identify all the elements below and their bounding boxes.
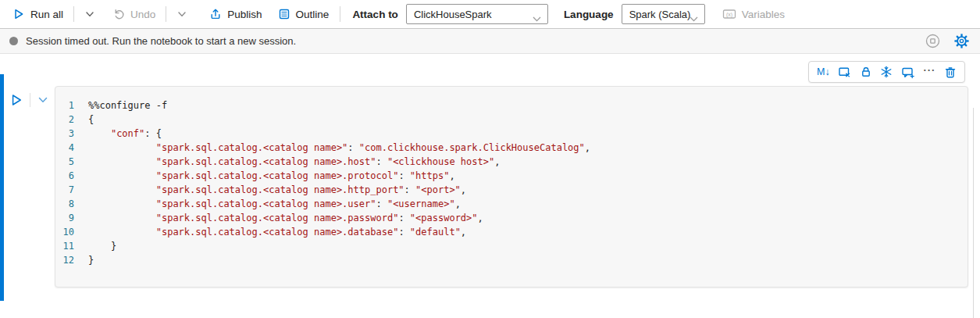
code-text: "spark.sql.catalog.<catalog name>": "com…: [88, 141, 590, 155]
code-text: "spark.sql.catalog.<catalog name>.databa…: [88, 225, 466, 239]
gear-icon: [954, 34, 969, 48]
chevron-down-icon: [37, 94, 49, 106]
undo-icon: [112, 8, 125, 20]
line-number: 5: [55, 155, 88, 169]
variables-label: Variables: [742, 9, 785, 20]
run-cell-button[interactable]: [8, 91, 25, 109]
line-number: 1: [55, 98, 88, 113]
lock-icon: [860, 66, 872, 78]
snowflake-icon: [880, 66, 893, 78]
add-comment-button[interactable]: [901, 66, 915, 79]
variables-icon: (x): [722, 8, 736, 20]
code-line: 5 "spark.sql.catalog.<catalog name>.host…: [55, 155, 968, 169]
session-status-bar: Session timed out. Run the notebook to s…: [0, 28, 980, 54]
play-icon: [9, 93, 23, 107]
outline-label: Outline: [296, 9, 330, 20]
lock-cell-button[interactable]: [860, 66, 872, 78]
code-line: 1%%configure -f: [55, 98, 968, 113]
toolbar-divider: [340, 6, 340, 22]
cell-run-controls: [8, 91, 51, 109]
stop-session-button[interactable]: [924, 32, 942, 50]
code-editor[interactable]: 1%%configure -f2{3 "conf": {4 "spark.sql…: [55, 98, 968, 267]
undo-menu-chevron[interactable]: [172, 5, 192, 23]
code-text: "conf": {: [88, 127, 162, 141]
svg-text:(x): (x): [726, 12, 732, 18]
convert-to-markdown-button[interactable]: M↓: [817, 66, 830, 77]
chevron-down-icon: [84, 9, 95, 20]
language-value: Spark (Scala): [629, 9, 691, 20]
markdown-icon: M↓: [817, 66, 830, 77]
undo-button[interactable]: Undo: [108, 5, 160, 23]
stop-circle-icon: [925, 34, 940, 48]
code-line: 3 "conf": {: [55, 127, 968, 141]
session-status-message: Session timed out. Run the notebook to s…: [26, 35, 296, 47]
code-text: "spark.sql.catalog.<catalog name>.protoc…: [88, 169, 455, 183]
line-number: 12: [55, 253, 88, 267]
code-line: 4 "spark.sql.catalog.<catalog name>": "c…: [55, 141, 968, 155]
panel-edge-divider: [973, 108, 974, 318]
notebook-toolbar: Run all Undo Publish Outline Attach to C…: [0, 0, 980, 28]
code-line: 7 "spark.sql.catalog.<catalog name>.http…: [55, 183, 968, 197]
trash-icon: [944, 66, 957, 79]
code-text: "spark.sql.catalog.<catalog name>.user":…: [88, 197, 461, 211]
comment-add-icon: [901, 66, 915, 79]
chevron-down-icon: [533, 13, 541, 24]
code-text: }: [88, 253, 94, 267]
code-text: }: [88, 239, 116, 253]
publish-label: Publish: [227, 9, 262, 20]
chevron-down-icon: [176, 9, 187, 20]
line-number: 4: [55, 141, 88, 155]
code-line: 12}: [55, 253, 968, 267]
line-number: 8: [55, 197, 88, 211]
variables-button[interactable]: (x) Variables: [718, 5, 789, 23]
code-text: %%configure -f: [88, 98, 167, 113]
publish-icon: [209, 8, 222, 20]
toolbar-divider: [73, 6, 74, 22]
ellipsis-icon: ···: [923, 65, 935, 79]
code-line: 8 "spark.sql.catalog.<catalog name>.user…: [55, 197, 968, 211]
code-text: "spark.sql.catalog.<catalog name>.host":…: [88, 155, 500, 169]
code-line: 11 }: [55, 239, 968, 253]
line-number: 3: [55, 127, 88, 141]
cell-toolbar: M↓ ···: [808, 61, 965, 83]
play-icon: [12, 8, 25, 20]
line-number: 2: [55, 113, 88, 127]
code-cell[interactable]: 1%%configure -f2{3 "conf": {4 "spark.sql…: [55, 86, 968, 288]
divider: [30, 93, 30, 107]
code-text: "spark.sql.catalog.<catalog name>.passwo…: [88, 211, 483, 225]
cell-collapse-chevron[interactable]: [35, 92, 51, 108]
code-line: 9 "spark.sql.catalog.<catalog name>.pass…: [55, 211, 968, 225]
attach-to-value: ClickHouseSpark: [414, 9, 492, 20]
code-line: 2{: [55, 113, 968, 127]
session-settings-button[interactable]: [953, 32, 971, 50]
clear-cell-icon: [838, 66, 851, 79]
line-number: 9: [55, 211, 88, 225]
language-dropdown[interactable]: Spark (Scala): [622, 4, 705, 24]
code-line: 6 "spark.sql.catalog.<catalog name>.prot…: [55, 169, 968, 183]
code-text: {: [88, 113, 94, 127]
chevron-down-icon: [690, 13, 698, 24]
line-number: 7: [55, 183, 88, 197]
freeze-cell-button[interactable]: [880, 66, 893, 78]
session-status-icon: [9, 37, 18, 45]
line-number: 10: [55, 225, 88, 239]
attach-to-dropdown[interactable]: ClickHouseSpark: [406, 4, 548, 24]
line-number: 6: [55, 169, 88, 183]
delete-cell-button[interactable]: [944, 66, 957, 79]
code-text: "spark.sql.catalog.<catalog name>.http_p…: [88, 183, 466, 197]
outline-button[interactable]: Outline: [273, 5, 334, 23]
line-number: 11: [55, 239, 88, 253]
toolbar-divider: [166, 6, 166, 22]
clear-cell-output-button[interactable]: [838, 66, 851, 79]
code-line: 10 "spark.sql.catalog.<catalog name>.dat…: [55, 225, 968, 239]
run-all-button[interactable]: Run all: [8, 5, 68, 23]
outline-icon: [278, 8, 290, 20]
run-all-menu-chevron[interactable]: [80, 5, 100, 23]
publish-button[interactable]: Publish: [205, 5, 266, 23]
attach-to-label: Attach to: [352, 9, 398, 20]
more-actions-button[interactable]: ···: [923, 65, 935, 79]
language-label: Language: [564, 9, 614, 20]
code-lines: 1%%configure -f2{3 "conf": {4 "spark.sql…: [55, 98, 968, 267]
undo-label: Undo: [130, 9, 155, 20]
cell-selection-indicator: [0, 74, 4, 301]
